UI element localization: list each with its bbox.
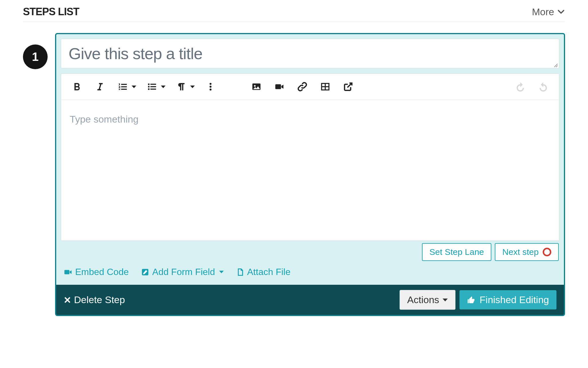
finished-editing-button[interactable]: Finished Editing — [460, 290, 556, 309]
svg-rect-3 — [150, 84, 156, 85]
more-dropdown[interactable]: More — [532, 6, 565, 18]
paragraph-icon — [176, 82, 186, 92]
editor-placeholder: Type something — [70, 114, 139, 125]
external-link-button[interactable] — [341, 80, 355, 94]
italic-icon — [95, 82, 105, 92]
step-number-badge: 1 — [23, 44, 48, 69]
external-link-icon — [343, 82, 353, 92]
page-root: STEPS LIST More 1 — [0, 0, 588, 316]
svg-point-1 — [148, 86, 150, 88]
file-icon — [236, 268, 244, 276]
paragraph-format-button[interactable] — [174, 80, 195, 94]
insert-link-button[interactable] — [295, 80, 309, 94]
bold-icon — [72, 82, 82, 92]
svg-point-8 — [210, 89, 212, 91]
next-step-label: Next step — [502, 247, 539, 257]
svg-point-10 — [254, 85, 256, 87]
bold-button[interactable] — [70, 80, 84, 94]
chevron-down-icon — [132, 86, 136, 88]
action-links-row: Embed Code Add Form Field Attach File — [61, 266, 559, 285]
chevron-down-icon — [557, 8, 565, 16]
chevron-down-icon — [161, 86, 166, 88]
redo-button[interactable] — [536, 80, 550, 94]
editor-toolbar — [61, 74, 559, 100]
redo-icon — [538, 82, 548, 92]
italic-button[interactable] — [93, 80, 107, 94]
svg-point-7 — [210, 86, 212, 88]
ordered-list-icon — [118, 82, 128, 92]
steps-list-title: STEPS LIST — [23, 6, 79, 18]
set-step-lane-button[interactable]: Set Step Lane — [422, 243, 491, 261]
ordered-list-button[interactable] — [116, 80, 136, 94]
step-number: 1 — [32, 50, 38, 64]
set-step-lane-label: Set Step Lane — [429, 247, 484, 257]
image-icon — [252, 82, 261, 92]
header-row: STEPS LIST More — [23, 6, 565, 22]
step-footer-bar: Delete Step Actions Finished Editing — [56, 285, 564, 315]
svg-rect-11 — [275, 84, 281, 89]
video-icon — [64, 268, 72, 276]
table-icon — [320, 82, 330, 92]
unordered-list-icon — [147, 82, 157, 92]
step-card: Type something Set Step Lane Next step E… — [55, 33, 565, 316]
svg-rect-15 — [65, 270, 70, 274]
svg-rect-5 — [150, 89, 156, 90]
svg-point-0 — [148, 84, 150, 85]
chevron-down-icon — [219, 271, 224, 273]
more-vertical-icon — [206, 82, 215, 92]
svg-point-2 — [148, 88, 150, 90]
finished-editing-label: Finished Editing — [480, 294, 549, 305]
add-form-field-link[interactable]: Add Form Field — [141, 267, 224, 277]
thumbs-up-icon — [467, 296, 476, 304]
svg-point-6 — [210, 83, 212, 85]
insert-image-button[interactable] — [249, 80, 264, 94]
editor-box: Type something — [61, 73, 559, 241]
edit-icon — [141, 268, 149, 276]
chevron-down-icon — [190, 86, 195, 88]
circle-indicator-icon — [543, 248, 551, 256]
title-input-wrap — [61, 39, 559, 68]
lane-button-row: Set Step Lane Next step — [61, 241, 559, 266]
actions-dropdown-button[interactable]: Actions — [400, 290, 456, 310]
step-row: 1 — [23, 33, 565, 316]
link-icon — [297, 82, 307, 92]
close-icon — [64, 296, 71, 304]
editor-content[interactable]: Type something — [61, 100, 559, 241]
undo-icon — [515, 82, 525, 92]
delete-step-label: Delete Step — [74, 294, 125, 305]
actions-label: Actions — [407, 294, 439, 305]
delete-step-button[interactable]: Delete Step — [64, 294, 125, 305]
embed-code-link[interactable]: Embed Code — [64, 267, 129, 277]
resize-grip-icon[interactable] — [554, 63, 559, 68]
svg-rect-4 — [150, 86, 156, 87]
next-step-button[interactable]: Next step — [495, 243, 559, 261]
video-icon — [274, 82, 284, 92]
insert-table-button[interactable] — [318, 80, 332, 94]
undo-button[interactable] — [513, 80, 527, 94]
attach-file-link[interactable]: Attach File — [236, 267, 291, 277]
more-label: More — [532, 6, 554, 18]
chevron-down-icon — [443, 299, 448, 301]
insert-video-button[interactable] — [272, 80, 287, 94]
unordered-list-button[interactable] — [145, 80, 166, 94]
more-tools-button[interactable] — [203, 80, 218, 94]
add-form-field-label: Add Form Field — [152, 267, 215, 277]
attach-file-label: Attach File — [247, 267, 291, 277]
embed-code-label: Embed Code — [75, 267, 129, 277]
step-title-input[interactable] — [61, 39, 559, 68]
